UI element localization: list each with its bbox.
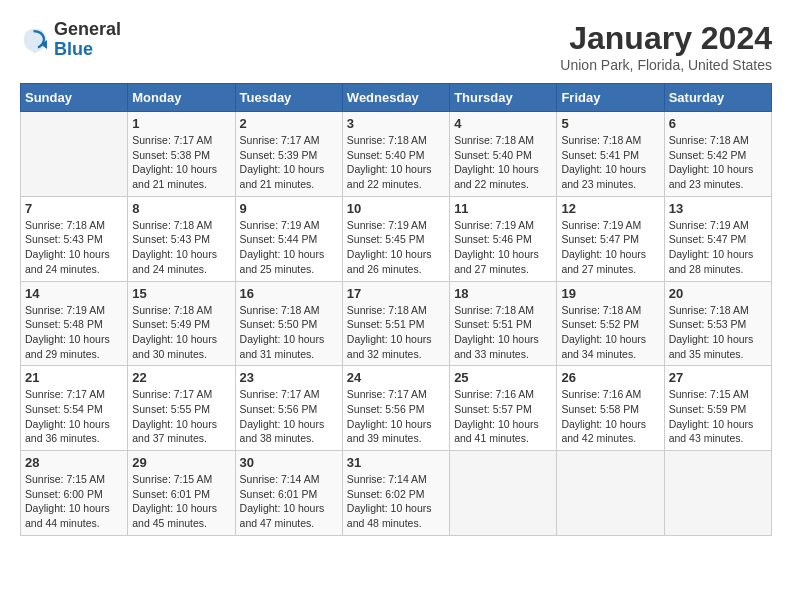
calendar-cell: 6Sunrise: 7:18 AMSunset: 5:42 PMDaylight…: [664, 112, 771, 197]
calendar-cell: 19Sunrise: 7:18 AMSunset: 5:52 PMDayligh…: [557, 281, 664, 366]
day-info: Sunrise: 7:19 AMSunset: 5:45 PMDaylight:…: [347, 218, 445, 277]
calendar-cell: 28Sunrise: 7:15 AMSunset: 6:00 PMDayligh…: [21, 451, 128, 536]
day-info: Sunrise: 7:18 AMSunset: 5:40 PMDaylight:…: [454, 133, 552, 192]
day-info: Sunrise: 7:17 AMSunset: 5:39 PMDaylight:…: [240, 133, 338, 192]
calendar-cell: 27Sunrise: 7:15 AMSunset: 5:59 PMDayligh…: [664, 366, 771, 451]
header-cell-wednesday: Wednesday: [342, 84, 449, 112]
calendar-cell: 25Sunrise: 7:16 AMSunset: 5:57 PMDayligh…: [450, 366, 557, 451]
calendar-week-2: 7Sunrise: 7:18 AMSunset: 5:43 PMDaylight…: [21, 196, 772, 281]
day-info: Sunrise: 7:15 AMSunset: 6:01 PMDaylight:…: [132, 472, 230, 531]
calendar-cell: [664, 451, 771, 536]
logo-text: General Blue: [54, 20, 121, 60]
day-info: Sunrise: 7:15 AMSunset: 6:00 PMDaylight:…: [25, 472, 123, 531]
day-info: Sunrise: 7:17 AMSunset: 5:56 PMDaylight:…: [240, 387, 338, 446]
day-info: Sunrise: 7:18 AMSunset: 5:51 PMDaylight:…: [347, 303, 445, 362]
day-info: Sunrise: 7:18 AMSunset: 5:49 PMDaylight:…: [132, 303, 230, 362]
header-cell-sunday: Sunday: [21, 84, 128, 112]
day-info: Sunrise: 7:16 AMSunset: 5:58 PMDaylight:…: [561, 387, 659, 446]
calendar-cell: 17Sunrise: 7:18 AMSunset: 5:51 PMDayligh…: [342, 281, 449, 366]
day-number: 28: [25, 455, 123, 470]
day-number: 25: [454, 370, 552, 385]
day-info: Sunrise: 7:18 AMSunset: 5:43 PMDaylight:…: [132, 218, 230, 277]
calendar-cell: 14Sunrise: 7:19 AMSunset: 5:48 PMDayligh…: [21, 281, 128, 366]
day-info: Sunrise: 7:17 AMSunset: 5:55 PMDaylight:…: [132, 387, 230, 446]
day-info: Sunrise: 7:19 AMSunset: 5:47 PMDaylight:…: [669, 218, 767, 277]
header-cell-monday: Monday: [128, 84, 235, 112]
calendar-cell: 13Sunrise: 7:19 AMSunset: 5:47 PMDayligh…: [664, 196, 771, 281]
calendar-subtitle: Union Park, Florida, United States: [560, 57, 772, 73]
day-info: Sunrise: 7:17 AMSunset: 5:54 PMDaylight:…: [25, 387, 123, 446]
day-info: Sunrise: 7:17 AMSunset: 5:56 PMDaylight:…: [347, 387, 445, 446]
header-cell-friday: Friday: [557, 84, 664, 112]
day-number: 18: [454, 286, 552, 301]
logo-blue: Blue: [54, 39, 93, 59]
logo-icon: [20, 25, 50, 55]
calendar-cell: 7Sunrise: 7:18 AMSunset: 5:43 PMDaylight…: [21, 196, 128, 281]
day-number: 11: [454, 201, 552, 216]
day-number: 23: [240, 370, 338, 385]
header-cell-saturday: Saturday: [664, 84, 771, 112]
day-number: 27: [669, 370, 767, 385]
calendar-week-3: 14Sunrise: 7:19 AMSunset: 5:48 PMDayligh…: [21, 281, 772, 366]
day-number: 10: [347, 201, 445, 216]
calendar-cell: 23Sunrise: 7:17 AMSunset: 5:56 PMDayligh…: [235, 366, 342, 451]
day-info: Sunrise: 7:18 AMSunset: 5:40 PMDaylight:…: [347, 133, 445, 192]
day-number: 7: [25, 201, 123, 216]
day-info: Sunrise: 7:19 AMSunset: 5:47 PMDaylight:…: [561, 218, 659, 277]
calendar-cell: 8Sunrise: 7:18 AMSunset: 5:43 PMDaylight…: [128, 196, 235, 281]
calendar-cell: 22Sunrise: 7:17 AMSunset: 5:55 PMDayligh…: [128, 366, 235, 451]
calendar-body: 1Sunrise: 7:17 AMSunset: 5:38 PMDaylight…: [21, 112, 772, 536]
calendar-cell: 3Sunrise: 7:18 AMSunset: 5:40 PMDaylight…: [342, 112, 449, 197]
day-number: 22: [132, 370, 230, 385]
day-number: 8: [132, 201, 230, 216]
calendar-cell: 1Sunrise: 7:17 AMSunset: 5:38 PMDaylight…: [128, 112, 235, 197]
day-number: 21: [25, 370, 123, 385]
calendar-cell: 5Sunrise: 7:18 AMSunset: 5:41 PMDaylight…: [557, 112, 664, 197]
day-info: Sunrise: 7:16 AMSunset: 5:57 PMDaylight:…: [454, 387, 552, 446]
day-number: 5: [561, 116, 659, 131]
day-info: Sunrise: 7:18 AMSunset: 5:42 PMDaylight:…: [669, 133, 767, 192]
header-cell-tuesday: Tuesday: [235, 84, 342, 112]
day-number: 20: [669, 286, 767, 301]
day-number: 16: [240, 286, 338, 301]
calendar-cell: 4Sunrise: 7:18 AMSunset: 5:40 PMDaylight…: [450, 112, 557, 197]
calendar-cell: [450, 451, 557, 536]
calendar-cell: 21Sunrise: 7:17 AMSunset: 5:54 PMDayligh…: [21, 366, 128, 451]
calendar-cell: 18Sunrise: 7:18 AMSunset: 5:51 PMDayligh…: [450, 281, 557, 366]
calendar-cell: 29Sunrise: 7:15 AMSunset: 6:01 PMDayligh…: [128, 451, 235, 536]
day-info: Sunrise: 7:19 AMSunset: 5:44 PMDaylight:…: [240, 218, 338, 277]
day-info: Sunrise: 7:18 AMSunset: 5:43 PMDaylight:…: [25, 218, 123, 277]
day-number: 31: [347, 455, 445, 470]
calendar-cell: 24Sunrise: 7:17 AMSunset: 5:56 PMDayligh…: [342, 366, 449, 451]
day-number: 19: [561, 286, 659, 301]
calendar-cell: 12Sunrise: 7:19 AMSunset: 5:47 PMDayligh…: [557, 196, 664, 281]
day-number: 3: [347, 116, 445, 131]
calendar-week-4: 21Sunrise: 7:17 AMSunset: 5:54 PMDayligh…: [21, 366, 772, 451]
calendar-cell: 26Sunrise: 7:16 AMSunset: 5:58 PMDayligh…: [557, 366, 664, 451]
day-info: Sunrise: 7:18 AMSunset: 5:52 PMDaylight:…: [561, 303, 659, 362]
day-number: 26: [561, 370, 659, 385]
day-number: 9: [240, 201, 338, 216]
header-cell-thursday: Thursday: [450, 84, 557, 112]
day-number: 29: [132, 455, 230, 470]
day-info: Sunrise: 7:18 AMSunset: 5:41 PMDaylight:…: [561, 133, 659, 192]
calendar-header: SundayMondayTuesdayWednesdayThursdayFrid…: [21, 84, 772, 112]
calendar-week-1: 1Sunrise: 7:17 AMSunset: 5:38 PMDaylight…: [21, 112, 772, 197]
calendar-cell: 9Sunrise: 7:19 AMSunset: 5:44 PMDaylight…: [235, 196, 342, 281]
calendar-cell: 2Sunrise: 7:17 AMSunset: 5:39 PMDaylight…: [235, 112, 342, 197]
page-header: General Blue January 2024 Union Park, Fl…: [20, 20, 772, 73]
calendar-title: January 2024: [560, 20, 772, 57]
title-block: January 2024 Union Park, Florida, United…: [560, 20, 772, 73]
day-number: 30: [240, 455, 338, 470]
calendar-cell: 30Sunrise: 7:14 AMSunset: 6:01 PMDayligh…: [235, 451, 342, 536]
calendar-cell: 10Sunrise: 7:19 AMSunset: 5:45 PMDayligh…: [342, 196, 449, 281]
calendar-cell: 11Sunrise: 7:19 AMSunset: 5:46 PMDayligh…: [450, 196, 557, 281]
day-number: 12: [561, 201, 659, 216]
day-number: 24: [347, 370, 445, 385]
day-number: 17: [347, 286, 445, 301]
day-info: Sunrise: 7:19 AMSunset: 5:48 PMDaylight:…: [25, 303, 123, 362]
calendar-cell: 31Sunrise: 7:14 AMSunset: 6:02 PMDayligh…: [342, 451, 449, 536]
day-number: 15: [132, 286, 230, 301]
day-info: Sunrise: 7:19 AMSunset: 5:46 PMDaylight:…: [454, 218, 552, 277]
day-info: Sunrise: 7:14 AMSunset: 6:01 PMDaylight:…: [240, 472, 338, 531]
